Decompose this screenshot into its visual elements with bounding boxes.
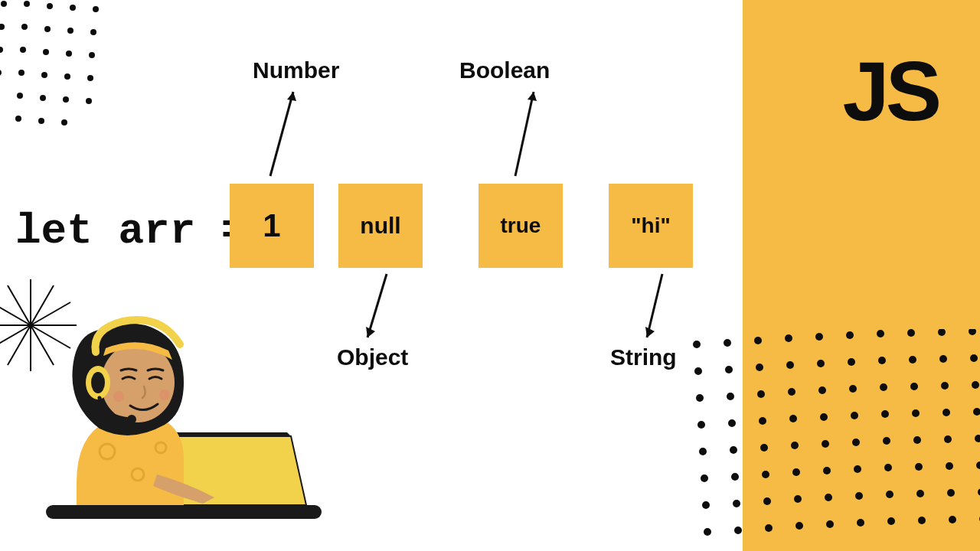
array-item-null: null: [338, 184, 423, 268]
code-declaration: let arr =: [15, 207, 247, 256]
svg-point-79: [701, 474, 708, 482]
svg-point-82: [792, 468, 800, 476]
svg-point-65: [881, 410, 889, 418]
person-illustration: [31, 283, 322, 536]
svg-marker-124: [528, 92, 537, 101]
svg-point-9: [90, 29, 96, 35]
js-logo: JS: [842, 42, 938, 139]
svg-point-62: [789, 415, 797, 422]
svg-point-57: [941, 382, 949, 390]
svg-point-99: [704, 528, 711, 536]
svg-point-45: [878, 357, 886, 364]
svg-point-21: [17, 93, 23, 99]
svg-point-6: [21, 24, 28, 30]
arrow-number: [264, 84, 302, 180]
svg-line-123: [515, 92, 534, 176]
svg-line-125: [368, 274, 387, 337]
svg-point-19: [87, 75, 93, 81]
svg-point-8: [67, 28, 74, 34]
svg-point-47: [939, 355, 947, 363]
svg-point-31: [754, 337, 762, 344]
type-label-object: Object: [337, 344, 408, 370]
svg-point-81: [762, 471, 769, 478]
svg-point-1: [24, 1, 30, 7]
svg-point-13: [66, 51, 72, 57]
svg-point-40: [725, 366, 733, 373]
svg-point-77: [944, 435, 952, 443]
dot-pattern-bottom-right: [681, 329, 980, 551]
svg-line-119: [0, 302, 31, 325]
svg-point-50: [727, 393, 734, 400]
svg-point-34: [846, 331, 854, 339]
svg-point-18: [64, 73, 70, 80]
svg-point-27: [38, 118, 44, 124]
svg-point-49: [696, 394, 704, 402]
svg-point-54: [849, 385, 857, 393]
svg-point-55: [880, 383, 887, 391]
svg-point-0: [1, 1, 7, 7]
svg-point-48: [970, 354, 978, 362]
svg-point-92: [794, 495, 802, 503]
type-label-string: String: [610, 344, 677, 370]
svg-point-33: [815, 333, 823, 341]
svg-point-4: [93, 6, 99, 12]
svg-point-83: [823, 467, 831, 474]
svg-point-22: [40, 95, 46, 101]
svg-point-69: [699, 448, 707, 455]
svg-point-36: [907, 329, 915, 337]
svg-point-41: [756, 364, 763, 371]
svg-point-105: [887, 517, 895, 525]
svg-point-95: [886, 491, 893, 498]
svg-point-14: [89, 52, 95, 58]
svg-point-43: [817, 360, 825, 367]
svg-point-70: [730, 446, 737, 454]
svg-point-102: [795, 522, 803, 530]
svg-point-17: [41, 72, 47, 78]
svg-point-30: [724, 339, 731, 347]
svg-point-84: [854, 465, 861, 473]
svg-point-68: [973, 408, 980, 416]
svg-point-29: [693, 341, 701, 348]
svg-point-71: [760, 444, 768, 452]
svg-point-2: [47, 3, 53, 9]
svg-point-64: [851, 412, 858, 419]
svg-line-117: [0, 325, 31, 348]
svg-line-127: [647, 274, 662, 337]
svg-point-138: [159, 390, 170, 400]
svg-point-60: [728, 419, 736, 427]
svg-point-37: [938, 329, 946, 336]
svg-point-61: [759, 417, 766, 425]
svg-point-38: [969, 329, 976, 335]
svg-point-107: [949, 516, 956, 523]
svg-point-10: [0, 47, 3, 53]
svg-point-66: [912, 409, 920, 417]
svg-line-121: [270, 92, 293, 176]
array-item-hi: "hi": [609, 184, 693, 268]
svg-point-78: [975, 435, 980, 442]
arrow-string: [639, 270, 678, 347]
svg-point-56: [910, 383, 918, 390]
type-label-boolean: Boolean: [459, 57, 550, 83]
svg-point-91: [763, 497, 771, 505]
svg-point-80: [731, 473, 739, 481]
svg-point-73: [822, 440, 829, 448]
svg-point-28: [61, 119, 67, 126]
svg-point-32: [785, 334, 792, 342]
svg-point-39: [694, 367, 702, 375]
svg-point-100: [734, 527, 742, 534]
svg-point-53: [818, 386, 826, 394]
svg-point-89: [702, 501, 710, 509]
svg-point-96: [916, 490, 924, 497]
svg-point-58: [972, 381, 979, 389]
svg-point-46: [909, 356, 916, 364]
svg-point-24: [86, 98, 92, 104]
svg-point-88: [976, 461, 980, 469]
svg-point-5: [0, 24, 5, 30]
svg-point-59: [697, 421, 705, 429]
svg-point-93: [825, 494, 832, 501]
dot-pattern-top-left: [0, 0, 130, 145]
svg-point-44: [848, 358, 855, 366]
svg-point-97: [947, 489, 955, 497]
svg-point-16: [18, 70, 24, 76]
svg-point-76: [913, 436, 921, 444]
